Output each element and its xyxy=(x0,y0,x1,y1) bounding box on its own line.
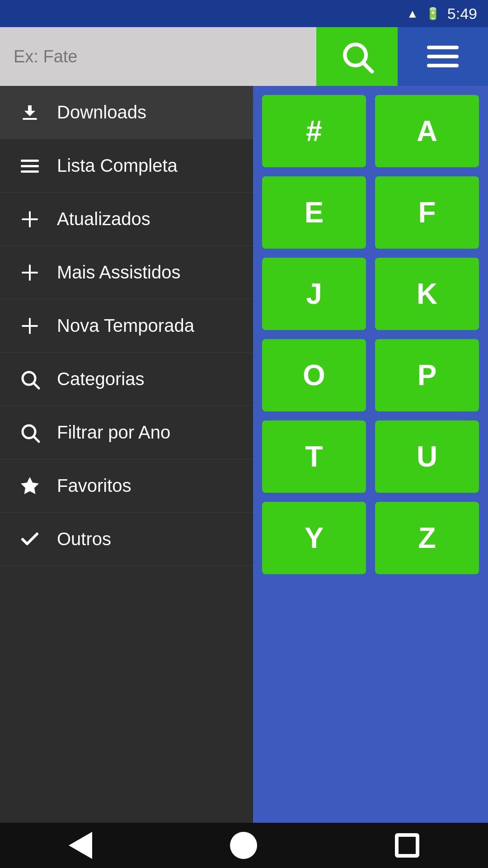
back-button[interactable] xyxy=(69,832,92,859)
search-input-area[interactable] xyxy=(0,27,316,86)
svg-line-15 xyxy=(34,437,39,442)
sidebar-label-downloads: Downloads xyxy=(57,102,146,123)
download-icon xyxy=(16,99,43,126)
alpha-btn-k[interactable]: K xyxy=(375,258,479,330)
list-icon xyxy=(16,152,43,179)
alpha-btn-z[interactable]: Z xyxy=(375,502,479,574)
signal-icon: ▲ xyxy=(407,7,418,21)
star-icon xyxy=(16,472,43,500)
sidebar-label-categorias: Categorias xyxy=(57,369,144,389)
search-button[interactable] xyxy=(316,27,398,86)
svg-marker-16 xyxy=(21,477,39,494)
sidebar-item-lista-completa[interactable]: Lista Completa xyxy=(0,139,253,193)
svg-line-13 xyxy=(34,383,39,388)
hamburger-icon xyxy=(427,46,459,67)
alpha-grid: # A E F J K O P T U Y Z xyxy=(253,86,488,823)
svg-rect-3 xyxy=(21,160,39,162)
sidebar-label-nova-temporada: Nova Temporada xyxy=(57,316,194,336)
svg-rect-5 xyxy=(21,170,39,173)
svg-rect-7 xyxy=(22,218,38,220)
alpha-btn-f[interactable]: F xyxy=(375,176,479,249)
sidebar-item-filtrar-por-ano[interactable]: Filtrar por Ano xyxy=(0,406,253,459)
search-icon xyxy=(339,38,375,75)
svg-line-1 xyxy=(364,63,372,71)
alpha-btn-hash[interactable]: # xyxy=(262,95,366,167)
nav-bar xyxy=(0,823,488,868)
sidebar-label-atualizados: Atualizados xyxy=(57,209,150,229)
sidebar-label-lista-completa: Lista Completa xyxy=(57,156,178,176)
home-icon xyxy=(230,832,257,859)
plus-icon-mais-assistidos xyxy=(16,259,43,286)
battery-icon: 🔋 xyxy=(426,7,440,21)
sidebar-item-outros[interactable]: Outros xyxy=(0,513,253,566)
svg-rect-11 xyxy=(22,325,38,327)
time-display: 5:49 xyxy=(447,5,477,23)
alpha-btn-u[interactable]: U xyxy=(375,420,479,493)
sidebar-label-outros: Outros xyxy=(57,529,111,549)
back-icon xyxy=(69,832,92,859)
svg-rect-4 xyxy=(21,165,39,167)
sidebar-item-nova-temporada[interactable]: Nova Temporada xyxy=(0,299,253,353)
alpha-btn-o[interactable]: O xyxy=(262,339,366,411)
alpha-btn-p[interactable]: P xyxy=(375,339,479,411)
sidebar-label-mais-assistidos: Mais Assistidos xyxy=(57,262,180,283)
menu-button[interactable] xyxy=(398,27,488,86)
home-button[interactable] xyxy=(230,832,257,859)
alpha-btn-y[interactable]: Y xyxy=(262,502,366,574)
recent-button[interactable] xyxy=(395,833,419,858)
status-bar: ▲ 🔋 5:49 xyxy=(0,0,488,27)
recent-icon xyxy=(395,833,419,858)
sidebar-item-favoritos[interactable]: Favoritos xyxy=(0,459,253,513)
sidebar-item-atualizados[interactable]: Atualizados xyxy=(0,193,253,246)
alpha-btn-a[interactable]: A xyxy=(375,95,479,167)
sidebar: Downloads Lista Completa Atualizados xyxy=(0,86,253,823)
sidebar-item-mais-assistidos[interactable]: Mais Assistidos xyxy=(0,246,253,299)
alpha-btn-j[interactable]: J xyxy=(262,258,366,330)
plus-icon-nova-temporada xyxy=(16,312,43,340)
search-icon-categorias xyxy=(16,366,43,393)
check-icon xyxy=(16,526,43,553)
sidebar-label-favoritos: Favoritos xyxy=(57,476,131,496)
alpha-btn-e[interactable]: E xyxy=(262,176,366,249)
search-input[interactable] xyxy=(14,47,303,66)
alpha-btn-t[interactable]: T xyxy=(262,420,366,493)
search-icon-filtrar xyxy=(16,419,43,446)
sidebar-item-downloads[interactable]: Downloads xyxy=(0,86,253,139)
top-bar xyxy=(0,27,488,86)
svg-rect-2 xyxy=(23,118,37,120)
sidebar-item-categorias[interactable]: Categorias xyxy=(0,353,253,406)
svg-rect-9 xyxy=(22,272,38,274)
plus-icon-atualizados xyxy=(16,206,43,233)
sidebar-label-filtrar-por-ano: Filtrar por Ano xyxy=(57,422,170,443)
main-content: Downloads Lista Completa Atualizados xyxy=(0,86,488,823)
